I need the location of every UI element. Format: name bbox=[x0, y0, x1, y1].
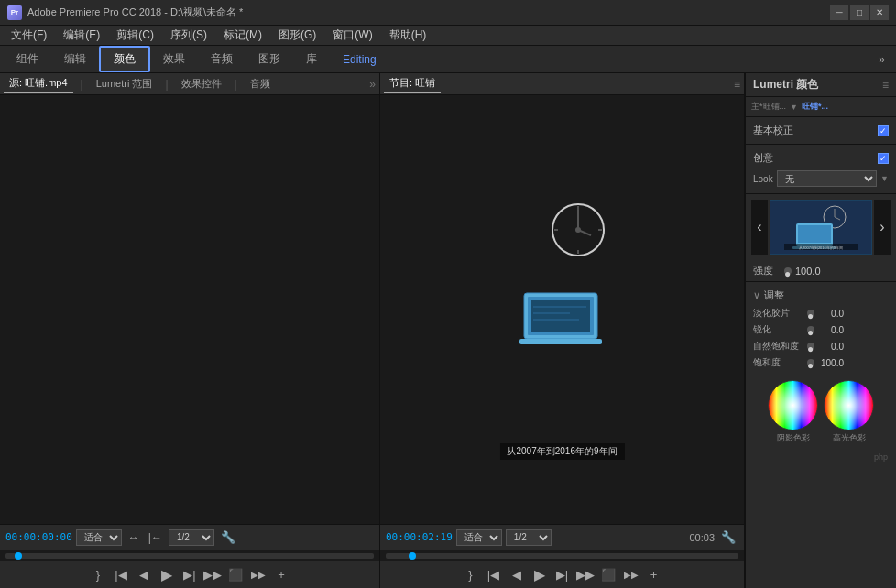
look-label: Look bbox=[753, 174, 773, 184]
strength-row: 强度 ● 100.0 bbox=[746, 260, 896, 282]
minimize-button[interactable]: ─ bbox=[830, 5, 848, 20]
menu-marker[interactable]: 标记(M) bbox=[216, 26, 269, 45]
workspace-more[interactable]: » bbox=[871, 53, 892, 66]
program-go-start[interactable]: |◀ bbox=[484, 565, 504, 585]
menu-graphics[interactable]: 图形(G) bbox=[271, 26, 323, 45]
source-tab-lumetri[interactable]: Lumetri 范围 bbox=[91, 75, 158, 93]
program-timecode[interactable]: 00:00:02:19 bbox=[386, 531, 453, 543]
source-tab-source[interactable]: 源: 旺铺.mp4 bbox=[4, 74, 73, 93]
fadefilm-label: 淡化胶片 bbox=[753, 307, 803, 320]
source-tab-audio[interactable]: 音频 bbox=[245, 75, 276, 93]
program-step-back[interactable]: ◀ bbox=[507, 565, 527, 585]
tab-zuhe[interactable]: 组件 bbox=[4, 46, 51, 72]
source-scrubber-handle[interactable] bbox=[15, 552, 22, 560]
program-transport-bar: } |◀ ◀ ▶ ▶| ▶▶ ⬛ ▶▶ + bbox=[380, 561, 744, 588]
source-quality-dropdown[interactable]: 1/2 bbox=[169, 529, 214, 546]
slider-fadefilm: 淡化胶片 ● 0.0 bbox=[753, 305, 889, 321]
program-play[interactable]: ▶ bbox=[530, 565, 550, 585]
menu-clip[interactable]: 剪辑(C) bbox=[109, 26, 161, 45]
tab-bianji[interactable]: 编辑 bbox=[51, 46, 99, 72]
program-insert[interactable]: ▶▶ bbox=[621, 565, 641, 585]
highlight-color-wheel[interactable] bbox=[824, 380, 874, 430]
source-add[interactable]: + bbox=[271, 565, 291, 585]
look-row: Look 无 ▼ bbox=[753, 168, 889, 190]
program-duration: 00:03 bbox=[689, 532, 715, 543]
slider-sharpen: 锐化 ● 0.0 bbox=[753, 321, 889, 338]
creative-label[interactable]: 创意 bbox=[753, 151, 773, 165]
preview-next-button[interactable]: › bbox=[874, 200, 891, 255]
source-step-fwd[interactable]: ▶| bbox=[180, 565, 200, 585]
slider-vibrance: 自然饱和度 ● 0.0 bbox=[753, 338, 889, 354]
menu-sequence[interactable]: 序列(S) bbox=[163, 26, 214, 45]
source-panel-more[interactable]: » bbox=[369, 78, 376, 91]
source-go-start[interactable]: |◀ bbox=[111, 565, 131, 585]
adjust-label[interactable]: 调整 bbox=[764, 289, 784, 302]
sharpen-value[interactable]: 0.0 bbox=[818, 325, 844, 335]
preview-thumbnail: 从2007年到2016年的9年间 bbox=[770, 200, 872, 255]
source-ctrl-1[interactable]: ↔ bbox=[126, 530, 142, 545]
program-fit-dropdown[interactable]: 适合 bbox=[456, 529, 502, 546]
vibrance-value[interactable]: 0.0 bbox=[818, 342, 844, 352]
look-dropdown[interactable]: 无 bbox=[777, 170, 877, 187]
program-settings-button[interactable]: 🔧 bbox=[718, 529, 738, 545]
program-stop[interactable]: ⬛ bbox=[598, 565, 618, 585]
watermark-text: php bbox=[871, 452, 891, 463]
tab-graphics[interactable]: 图形 bbox=[246, 46, 293, 72]
source-go-end[interactable]: ▶▶ bbox=[202, 565, 223, 585]
adjust-arrow-icon[interactable]: ∨ bbox=[753, 289, 760, 301]
menu-window[interactable]: 窗口(W) bbox=[325, 26, 379, 45]
color-wheels-area: 阴影色彩 bbox=[746, 375, 896, 450]
svg-rect-20 bbox=[798, 225, 831, 243]
program-quality-dropdown[interactable]: 1/2 bbox=[506, 529, 552, 546]
highlight-wheel-svg bbox=[824, 380, 874, 430]
app-title: Adobe Premiere Pro CC 2018 - D:\视频\未命名 * bbox=[27, 5, 243, 19]
shadow-wheel-container: 阴影色彩 bbox=[768, 380, 818, 444]
program-scrubber[interactable] bbox=[380, 550, 744, 561]
source-settings-button[interactable]: 🔧 bbox=[218, 529, 238, 545]
source-marker-in[interactable]: } bbox=[88, 565, 108, 585]
lumetri-preset2-label[interactable]: 旺铺*... bbox=[802, 101, 828, 113]
lumetri-menu-icon[interactable]: ≡ bbox=[882, 79, 889, 92]
strength-value[interactable]: 100.0 bbox=[795, 266, 821, 277]
creative-toggle[interactable]: ✓ bbox=[878, 153, 889, 164]
program-step-fwd[interactable]: ▶| bbox=[552, 565, 573, 585]
menu-help[interactable]: 帮助(H) bbox=[382, 26, 434, 45]
source-ctrl-2[interactable]: |← bbox=[146, 530, 165, 545]
program-panel-more[interactable]: ≡ bbox=[734, 78, 740, 91]
lumetri-preset1-label[interactable]: 主*旺铺... bbox=[751, 101, 786, 113]
program-tab[interactable]: 节目: 旺铺 bbox=[384, 74, 441, 93]
menu-edit[interactable]: 编辑(E) bbox=[56, 26, 107, 45]
app-logo: Pr bbox=[7, 5, 22, 20]
program-add[interactable]: + bbox=[644, 565, 664, 585]
basic-correction-label[interactable]: 基本校正 bbox=[753, 124, 793, 137]
source-scrubber[interactable] bbox=[0, 550, 379, 561]
tab-library[interactable]: 库 bbox=[293, 46, 330, 72]
source-fit-dropdown[interactable]: 适合 bbox=[76, 529, 122, 546]
basic-correction-toggle[interactable]: ✓ bbox=[878, 125, 889, 136]
program-scrubber-track[interactable] bbox=[386, 553, 738, 559]
tab-effect[interactable]: 效果 bbox=[150, 46, 198, 72]
source-scrubber-track[interactable] bbox=[5, 553, 374, 559]
maximize-button[interactable]: □ bbox=[850, 5, 869, 20]
close-button[interactable]: ✕ bbox=[870, 5, 889, 20]
fadefilm-value[interactable]: 0.0 bbox=[818, 309, 844, 319]
preview-prev-button[interactable]: ‹ bbox=[751, 200, 768, 255]
source-insert[interactable]: ▶▶ bbox=[248, 565, 268, 585]
tab-editing[interactable]: Editing bbox=[330, 46, 389, 72]
tab-yanse[interactable]: 颜色 bbox=[99, 46, 150, 72]
menu-file[interactable]: 文件(F) bbox=[4, 26, 54, 45]
program-marker-in[interactable]: } bbox=[461, 565, 481, 585]
source-timecode[interactable]: 00:00:00:00 bbox=[5, 531, 72, 543]
source-step-back[interactable]: ◀ bbox=[134, 565, 154, 585]
saturation-value[interactable]: 100.0 bbox=[818, 358, 844, 368]
tab-audio[interactable]: 音频 bbox=[198, 46, 246, 72]
source-tab-effect-controls[interactable]: 效果控件 bbox=[176, 75, 227, 93]
source-stop[interactable]: ⬛ bbox=[225, 565, 246, 585]
vibrance-dot: ● bbox=[807, 343, 814, 350]
program-go-end[interactable]: ▶▶ bbox=[575, 565, 596, 585]
lumetri-presets-row: 主*旺铺... ▼ 旺铺*... bbox=[746, 97, 896, 117]
window-controls[interactable]: ─ □ ✕ bbox=[830, 5, 889, 20]
shadow-color-wheel[interactable] bbox=[768, 380, 818, 430]
source-play[interactable]: ▶ bbox=[157, 565, 177, 585]
program-scrubber-handle[interactable] bbox=[409, 552, 416, 560]
